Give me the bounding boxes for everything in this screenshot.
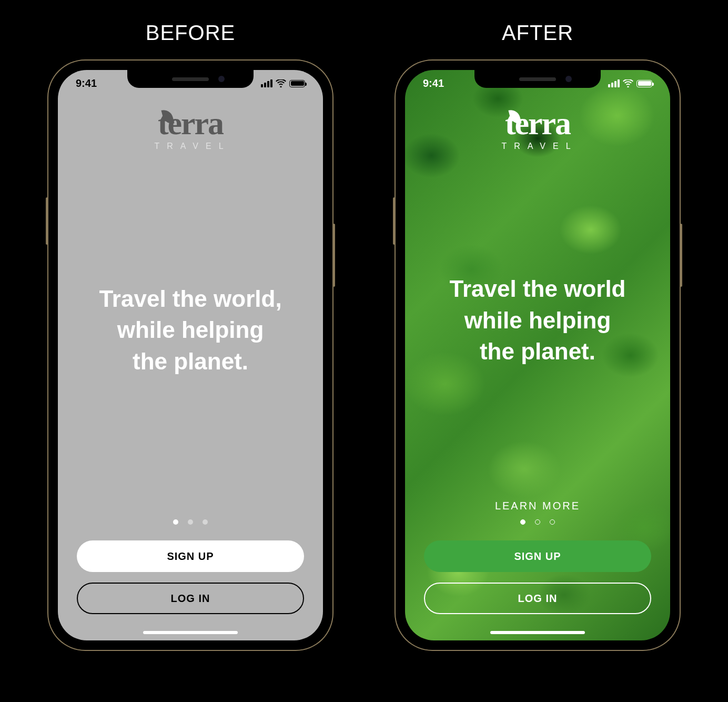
brand-name: terra <box>158 107 223 139</box>
brand-tagline: TRAVEL <box>497 142 578 151</box>
hero-area: Travel the world while helping the plane… <box>429 141 647 500</box>
home-indicator[interactable] <box>143 631 238 634</box>
screen-before: 9:41 terra TRAVEL Travel the world, whil… <box>58 70 323 640</box>
learn-more-link[interactable]: LEARN MORE <box>495 500 580 512</box>
speaker-slot <box>519 77 556 81</box>
brand-logo: terra TRAVEL <box>497 107 578 151</box>
hero-line-2: while helping <box>464 307 611 333</box>
hero-line-1: Travel the world <box>450 276 626 302</box>
front-camera <box>218 76 225 82</box>
hero-line-1: Travel the world, <box>99 286 281 312</box>
before-column: BEFORE 9:41 terra TRAVEL Travel <box>48 21 332 650</box>
page-indicator[interactable] <box>173 519 208 525</box>
speaker-slot <box>172 77 209 81</box>
phone-frame-after: 9:41 terra TRAVEL Travel the world while… <box>396 61 680 650</box>
notch <box>474 70 601 88</box>
status-time: 9:41 <box>423 77 444 89</box>
notch <box>127 70 254 88</box>
brand-logo: terra TRAVEL <box>150 107 230 151</box>
hero-text: Travel the world while helping the plane… <box>450 273 626 367</box>
login-button[interactable]: LOG IN <box>77 583 304 614</box>
hero-text: Travel the world, while helping the plan… <box>99 283 281 377</box>
before-label: BEFORE <box>146 21 235 45</box>
hero-area: Travel the world, while helping the plan… <box>78 141 302 519</box>
bottom-actions: LEARN MORE SIGN UP LOG IN <box>405 500 670 640</box>
home-indicator[interactable] <box>490 631 585 634</box>
wifi-icon <box>276 79 286 87</box>
leaf-icon <box>161 108 174 126</box>
after-column: AFTER 9:41 terra TRAVEL Travel <box>396 21 680 650</box>
brand-tagline: TRAVEL <box>150 142 230 151</box>
page-indicator[interactable] <box>520 519 555 525</box>
login-button[interactable]: LOG IN <box>424 583 651 614</box>
status-icons <box>608 77 652 89</box>
cellular-icon <box>261 79 272 87</box>
status-time: 9:41 <box>76 77 97 89</box>
signup-button[interactable]: SIGN UP <box>77 540 304 572</box>
battery-icon <box>289 80 305 87</box>
brand-name: terra <box>505 107 570 139</box>
page-dot-1[interactable] <box>520 519 525 525</box>
page-dot-3[interactable] <box>550 519 555 525</box>
status-icons <box>261 77 305 89</box>
page-dot-2[interactable] <box>188 519 193 525</box>
page-dot-2[interactable] <box>535 519 540 525</box>
signup-button[interactable]: SIGN UP <box>424 540 651 572</box>
after-label: AFTER <box>502 21 573 45</box>
battery-icon <box>636 80 652 87</box>
bottom-actions: SIGN UP LOG IN <box>58 519 323 640</box>
page-dot-3[interactable] <box>203 519 208 525</box>
screen-after: 9:41 terra TRAVEL Travel the world while… <box>405 70 670 640</box>
front-camera <box>565 76 572 82</box>
hero-line-3: the planet. <box>480 338 595 364</box>
hero-line-2: while helping <box>117 317 264 343</box>
phone-frame-before: 9:41 terra TRAVEL Travel the world, whil… <box>48 61 332 650</box>
page-dot-1[interactable] <box>173 519 178 525</box>
wifi-icon <box>623 79 633 87</box>
leaf-icon <box>508 108 521 126</box>
hero-line-3: the planet. <box>133 348 248 374</box>
cellular-icon <box>608 79 620 87</box>
